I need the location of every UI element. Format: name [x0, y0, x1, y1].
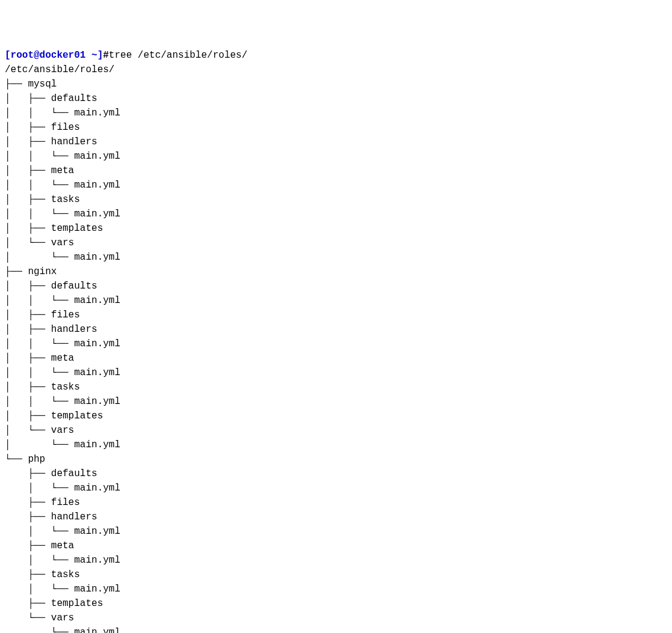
- terminal-output: [root@docker01 ~]#tree /etc/ansible/role…: [5, 48, 667, 633]
- tree-body: ├── mysql │ ├── defaults │ │ └── main.ym…: [5, 79, 120, 633]
- command-text: tree /etc/ansible/roles/: [109, 50, 247, 61]
- tree-root-path: /etc/ansible/roles/: [5, 64, 114, 75]
- prompt-hash: #: [103, 50, 109, 61]
- prompt-user-host: [root@docker01 ~]: [5, 50, 103, 61]
